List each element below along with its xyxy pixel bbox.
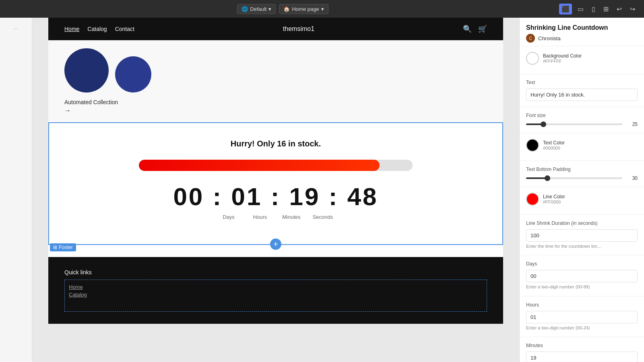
font-size-section: Font size 25 bbox=[520, 107, 644, 133]
main-layout: ... Home Catalog Contact themsimo1 🔍 🛒 bbox=[0, 18, 644, 362]
chevron-down-icon: ▾ bbox=[268, 6, 271, 12]
days-section: Days Enter a two-digit number (00-99) bbox=[520, 255, 644, 296]
grid-icon-button[interactable]: ⊞ bbox=[601, 4, 611, 14]
product-images bbox=[64, 48, 487, 93]
background-color-row: Background Color #FFFFFF bbox=[526, 52, 638, 65]
add-section-button[interactable]: + bbox=[270, 239, 281, 250]
text-padding-slider[interactable] bbox=[526, 177, 622, 179]
progress-bar-fill bbox=[139, 160, 380, 171]
line-color-info: Line Color #FF0000 bbox=[543, 194, 565, 204]
countdown-timer: 00 : 01 : 19 : 48 bbox=[57, 182, 494, 211]
footer-links-box[interactable]: Home Catalog bbox=[64, 280, 487, 312]
globe-icon: 🌐 bbox=[242, 6, 248, 12]
desktop-view-button[interactable]: ⬛ bbox=[559, 4, 572, 14]
nav-link-contact[interactable]: Contact bbox=[115, 26, 134, 32]
font-size-value: 25 bbox=[625, 121, 638, 127]
line-shrink-section: Line Shrink Duration (in seconds) Enter … bbox=[520, 215, 644, 255]
text-label: Text bbox=[526, 80, 638, 85]
footer-tag-icon: ⊞ bbox=[53, 245, 57, 250]
label-minutes: Minutes bbox=[276, 214, 307, 220]
left-sidebar-collapsed: ... bbox=[4, 22, 28, 33]
product-section: Automated Collection → bbox=[48, 40, 503, 122]
background-color-section: Background Color #FFFFFF bbox=[520, 46, 644, 74]
days-input[interactable] bbox=[526, 270, 638, 282]
hours-section: Hours Enter a two-digit number (00-24) bbox=[520, 296, 644, 337]
countdown-hours: 01 bbox=[231, 183, 262, 210]
background-color-swatch[interactable] bbox=[526, 52, 539, 65]
line-shrink-helper: Enter the time for the countdown tim... bbox=[526, 243, 638, 249]
font-size-slider-thumb[interactable] bbox=[541, 121, 546, 127]
text-section: Text bbox=[520, 74, 644, 107]
hours-label: Hours bbox=[526, 302, 638, 308]
left-sidebar: ... bbox=[0, 18, 32, 362]
background-color-label: Background Color bbox=[543, 53, 582, 59]
days-label: Days bbox=[526, 261, 638, 267]
minutes-section: Minutes bbox=[520, 337, 644, 362]
countdown-sep3: : bbox=[320, 183, 347, 210]
undo-button[interactable]: ↩ bbox=[614, 4, 624, 14]
homepage-label: Home page bbox=[292, 6, 319, 12]
hours-input[interactable] bbox=[526, 311, 638, 323]
nav-icons: 🔍 🛒 bbox=[463, 25, 487, 33]
line-color-swatch[interactable] bbox=[526, 193, 539, 206]
line-shrink-label: Line Shrink Duration (in seconds) bbox=[526, 220, 638, 226]
text-color-label: Text Color bbox=[543, 140, 565, 146]
text-color-info: Text Color #000000 bbox=[543, 140, 565, 150]
label-days: Days bbox=[213, 214, 244, 220]
chevron-down-icon2: ▾ bbox=[321, 6, 324, 12]
footer-link-home[interactable]: Home bbox=[69, 284, 483, 290]
mobile-view-button[interactable]: ▯ bbox=[589, 4, 598, 14]
minutes-input[interactable] bbox=[526, 352, 638, 362]
top-toolbar: 🌐 Default ▾ 🏠 Home page ▾ ⬛ ▭ ▯ ⊞ ↩ ↪ bbox=[0, 0, 644, 18]
text-color-swatch[interactable] bbox=[526, 139, 539, 152]
label-seconds: Seconds bbox=[307, 214, 339, 220]
hours-helper: Enter a two-digit number (00-24) bbox=[526, 325, 638, 331]
countdown-text: Hurry! Only 16 in stock. bbox=[57, 139, 494, 148]
text-padding-value: 30 bbox=[625, 175, 638, 181]
toolbar-center: 🌐 Default ▾ 🏠 Home page ▾ bbox=[237, 4, 328, 14]
countdown-seconds: 48 bbox=[347, 183, 378, 210]
home-icon: 🏠 bbox=[283, 6, 290, 12]
countdown-section[interactable]: Hurry! Only 16 in stock. 00 : 01 : 19 : … bbox=[48, 122, 503, 245]
search-icon[interactable]: 🔍 bbox=[463, 25, 472, 33]
quick-links-label: Quick links bbox=[64, 269, 487, 276]
collection-arrow: → bbox=[64, 107, 487, 114]
cart-icon[interactable]: 🛒 bbox=[478, 25, 487, 33]
footer-link-catalog[interactable]: Catalog bbox=[69, 292, 483, 298]
footer-tag-label: Footer bbox=[59, 245, 73, 250]
text-padding-slider-thumb[interactable] bbox=[545, 175, 550, 181]
text-input[interactable] bbox=[526, 88, 638, 101]
countdown-sep2: : bbox=[262, 183, 289, 210]
days-helper: Enter a two-digit number (00-99) bbox=[526, 284, 638, 290]
font-size-label: Font size bbox=[526, 113, 638, 118]
line-color-section: Line Color #FF0000 bbox=[520, 187, 644, 215]
nav-link-catalog[interactable]: Catalog bbox=[87, 26, 107, 32]
undo-icon: ↩ bbox=[617, 6, 622, 12]
panel-title: Shrinking Line Countdown bbox=[526, 24, 638, 31]
text-padding-section: Text Bottom Padding 30 bbox=[520, 161, 644, 187]
text-color-section: Text Color #000000 bbox=[520, 133, 644, 161]
text-color-hex: #000000 bbox=[543, 146, 565, 150]
redo-button[interactable]: ↪ bbox=[627, 4, 638, 14]
product-image-2 bbox=[115, 56, 151, 93]
tablet-view-button[interactable]: ▭ bbox=[575, 4, 586, 14]
toolbar-right: ⬛ ▭ ▯ ⊞ ↩ ↪ bbox=[559, 4, 638, 14]
desktop-icon: ⬛ bbox=[561, 6, 570, 12]
homepage-button[interactable]: 🏠 Home page ▾ bbox=[279, 4, 328, 14]
text-padding-label: Text Bottom Padding bbox=[526, 167, 638, 172]
nav-link-home[interactable]: Home bbox=[64, 26, 79, 32]
countdown-labels: Days Hours Minutes Seconds bbox=[57, 214, 494, 220]
countdown-sep1: : bbox=[204, 183, 231, 210]
grid-icon: ⊞ bbox=[603, 6, 609, 12]
font-size-slider[interactable] bbox=[526, 123, 622, 125]
canvas-area[interactable]: Home Catalog Contact themsimo1 🔍 🛒 Autom… bbox=[32, 18, 519, 362]
product-image-1 bbox=[64, 48, 109, 93]
right-panel: Shrinking Line Countdown C Chronista Bac… bbox=[519, 18, 644, 362]
footer-section-tag[interactable]: ⊞ Footer bbox=[50, 243, 76, 251]
minutes-label: Minutes bbox=[526, 343, 638, 348]
text-color-row: Text Color #000000 bbox=[526, 139, 638, 152]
redo-icon: ↪ bbox=[630, 6, 635, 12]
default-mode-button[interactable]: 🌐 Default ▾ bbox=[237, 4, 276, 14]
line-shrink-input[interactable] bbox=[526, 229, 638, 242]
background-color-hex: #FFFFFF bbox=[543, 59, 582, 64]
